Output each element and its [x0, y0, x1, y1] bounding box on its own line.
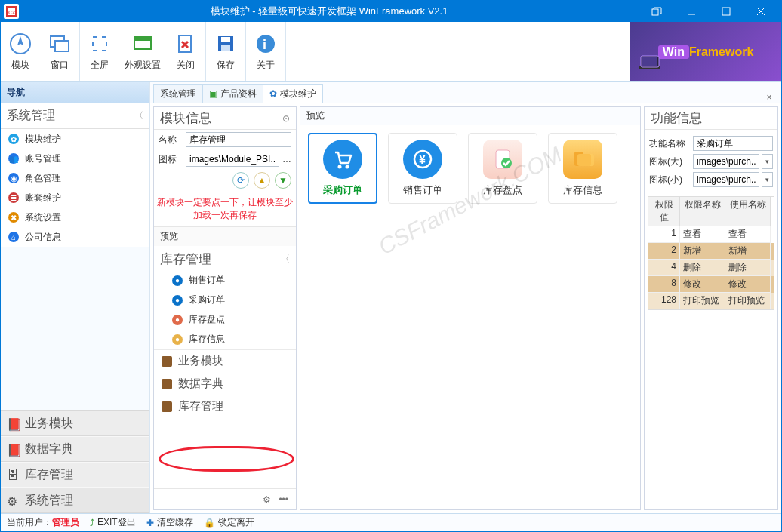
navigation-panel: 导航 系统管理 〈 ✿模块维护👥账号管理◉角色管理≣账套维护✖系统设置⌂公司信息… [1, 82, 150, 513]
tree-item-icon: ● [172, 295, 183, 306]
app-icon: C/S [4, 4, 19, 19]
tree-item[interactable]: ●库存信息 [154, 330, 296, 349]
perm-row[interactable]: 8修改修改 [648, 276, 774, 293]
permission-table: 权限值 权限名称 使用名称 1查看查看2新增新增4删除删除8修改修改128打印预… [648, 196, 774, 310]
tree-item-icon: ● [172, 334, 183, 345]
svg-rect-5 [722, 8, 730, 15]
ribbon-about[interactable]: i 关于 [246, 22, 285, 81]
more-icon[interactable]: ••• [279, 494, 288, 505]
chevron-left-icon[interactable]: 〈 [281, 253, 290, 266]
storage-item[interactable]: 业务模块 [154, 350, 296, 373]
tree-title: 库存管理 [160, 251, 211, 268]
refresh-button[interactable]: ⟳ [232, 172, 249, 189]
nav-item[interactable]: ⌂公司信息 [1, 227, 149, 247]
maximize-button[interactable] [709, 1, 744, 22]
svg-rect-19 [221, 45, 230, 51]
card-label: 库存盘点 [483, 183, 522, 197]
card-label: 销售订单 [403, 183, 442, 197]
perm-use: 查看 [725, 226, 771, 243]
perm-name: 新增 [680, 243, 725, 260]
card-label: 采购订单 [323, 183, 362, 197]
perm-row[interactable]: 1查看查看 [648, 226, 774, 243]
save-icon [214, 32, 238, 56]
nav-stack-label: 库存管理 [25, 467, 73, 483]
gear-icon: ✿ [269, 88, 277, 99]
ribbon-save[interactable]: 保存 [206, 22, 245, 81]
storage-item[interactable]: 库存管理 [154, 395, 296, 418]
name-input[interactable] [186, 132, 291, 147]
tab[interactable]: 系统管理 [153, 84, 203, 103]
bigicon-picker[interactable]: ▾ [762, 154, 773, 169]
perm-name: 删除 [680, 260, 725, 276]
perm-row[interactable]: 128打印预览打印预览 [648, 293, 774, 309]
up-button[interactable]: ▲ [254, 172, 270, 189]
tree-item[interactable]: ●库存盘点 [154, 310, 296, 330]
icon-picker-button[interactable]: … [282, 154, 291, 165]
tree-item-label: 销售订单 [189, 274, 225, 287]
preview-card[interactable]: ¥销售订单 [388, 133, 457, 204]
perm-use: 删除 [725, 260, 771, 276]
appearance-icon [131, 32, 155, 56]
svg-text:C/S: C/S [8, 9, 17, 16]
fname-input[interactable] [693, 136, 773, 151]
svg-rect-13 [134, 37, 151, 41]
card-label: 库存信息 [563, 183, 602, 197]
status-exit[interactable]: ⤴EXIT登出 [90, 516, 136, 529]
nav-stack-item[interactable]: 📕业务模块 [1, 411, 149, 436]
icon-input[interactable] [186, 152, 279, 167]
storage-item[interactable]: 数据字典 [154, 373, 296, 395]
nav-item[interactable]: 👥账号管理 [1, 149, 149, 168]
nav-item[interactable]: ✖系统设置 [1, 208, 149, 227]
titlebar: C/S 模块维护 - 轻量级可快速开发框架 WinFramework V2.1 [1, 1, 781, 22]
bigicon-input[interactable] [693, 154, 759, 169]
storage-item-icon [162, 379, 172, 389]
storage-item-label: 库存管理 [178, 399, 223, 414]
nav-item-icon: ≣ [8, 192, 19, 203]
ribbon-appearance[interactable]: 外观设置 [119, 22, 166, 81]
perm-row[interactable]: 2新增新增 [648, 243, 774, 260]
smallicon-input[interactable] [693, 172, 759, 187]
ribbon-window[interactable]: 窗口 [40, 22, 79, 81]
tree-item[interactable]: ●采购订单 [154, 291, 296, 310]
svg-rect-24 [642, 57, 657, 66]
restore-size-button[interactable] [639, 1, 674, 22]
tree-item[interactable]: ●销售订单 [154, 271, 296, 291]
nav-item[interactable]: ✿模块维护 [1, 129, 149, 149]
perm-row[interactable]: 4删除删除 [648, 260, 774, 276]
preview-card[interactable]: 采购订单 [308, 133, 377, 204]
name-label: 名称 [159, 134, 183, 146]
tree-item-label: 采购订单 [189, 294, 225, 306]
nav-item[interactable]: ≣账套维护 [1, 188, 149, 208]
perm-use: 新增 [725, 243, 771, 260]
tab[interactable]: ▣产品资料 [202, 84, 263, 103]
minimize-button[interactable] [674, 1, 709, 22]
tab[interactable]: ✿模块维护 [263, 84, 323, 103]
down-button[interactable]: ▼ [275, 172, 291, 189]
perm-name: 打印预览 [680, 293, 725, 309]
tree-item-label: 库存盘点 [189, 313, 225, 326]
gear-icon[interactable]: ⚙ [263, 494, 271, 505]
pin-icon[interactable]: ⊙ [282, 113, 290, 124]
storage-item-icon [162, 401, 172, 412]
ribbon-fullscreen[interactable]: 全屏 [80, 22, 119, 81]
preview-card[interactable]: 库存盘点 [468, 133, 537, 204]
nav-stack-label: 系统管理 [25, 493, 73, 509]
tab-close-button[interactable]: × [760, 92, 778, 103]
ribbon-close[interactable]: 关闭 [166, 22, 205, 81]
smallicon-picker[interactable]: ▾ [762, 172, 773, 187]
nav-section-system[interactable]: 系统管理 〈 [1, 103, 149, 129]
status-clear[interactable]: ✚清空缓存 [146, 516, 193, 529]
window-title: 模块维护 - 轻量级可快速开发框架 WinFramework V2.1 [19, 5, 639, 18]
nav-stack-item[interactable]: 🗄库存管理 [1, 462, 149, 487]
lock-icon: 🔒 [204, 518, 215, 528]
perm-col-use: 使用名称 [725, 197, 771, 226]
nav-stack-item[interactable]: 📕数据字典 [1, 436, 149, 462]
tab-label: 产品资料 [220, 88, 257, 100]
nav-stack-item[interactable]: ⚙系统管理 [1, 487, 149, 513]
statusbar: 当前用户：管理员 ⤴EXIT登出 ✚清空缓存 🔒锁定离开 [1, 513, 781, 531]
status-lock[interactable]: 🔒锁定离开 [204, 516, 254, 529]
window-close-button[interactable] [744, 1, 778, 22]
nav-item[interactable]: ◉角色管理 [1, 168, 149, 188]
ribbon-module[interactable]: 模块 [1, 22, 40, 81]
preview-card[interactable]: 库存信息 [548, 133, 617, 204]
